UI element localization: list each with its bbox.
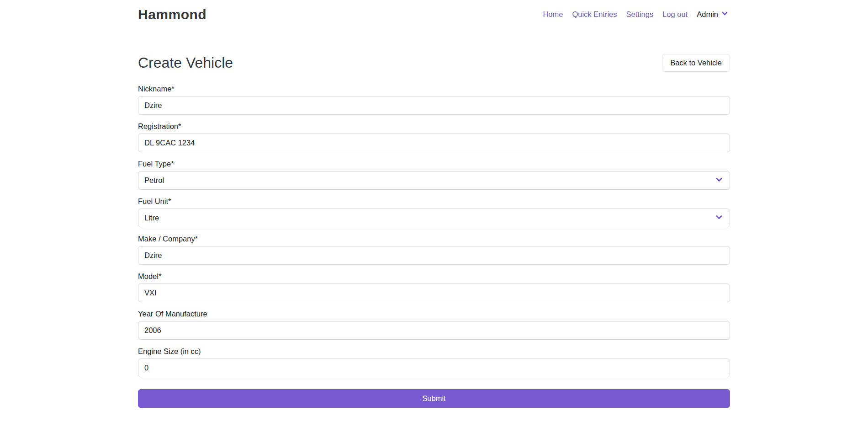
submit-button[interactable]: Submit	[138, 389, 730, 408]
registration-label: Registration*	[138, 122, 730, 131]
back-to-vehicle-button[interactable]: Back to Vehicle	[662, 54, 730, 72]
main-nav: Home Quick Entries Settings Log out Admi…	[538, 6, 730, 22]
top-navbar: Hammond Home Quick Entries Settings Log …	[0, 0, 868, 28]
year-of-manufacture-label: Year Of Manufacture	[138, 310, 730, 318]
engine-size-label: Engine Size (in cc)	[138, 347, 730, 356]
brand-logo[interactable]: Hammond	[138, 7, 206, 22]
fuel-type-field-group: Fuel Type* Petrol	[138, 160, 730, 190]
year-of-manufacture-field-group: Year Of Manufacture	[138, 310, 730, 340]
engine-size-input[interactable]	[138, 359, 730, 377]
nav-item-logout[interactable]: Log out	[658, 6, 692, 22]
fuel-type-select[interactable]: Petrol	[138, 171, 730, 190]
nav-item-quick-entries[interactable]: Quick Entries	[567, 6, 621, 22]
make-company-field-group: Make / Company*	[138, 235, 730, 265]
registration-input[interactable]	[138, 134, 730, 152]
nickname-field-group: Nickname*	[138, 85, 730, 115]
main-content: Create Vehicle Back to Vehicle Nickname*…	[132, 54, 736, 408]
chevron-down-icon	[721, 10, 728, 19]
year-of-manufacture-input[interactable]	[138, 321, 730, 340]
fuel-unit-select[interactable]: Litre	[138, 209, 730, 227]
fuel-type-label: Fuel Type*	[138, 160, 730, 168]
model-input[interactable]	[138, 284, 730, 302]
fuel-type-selected-value: Petrol	[138, 171, 730, 190]
page-header: Create Vehicle Back to Vehicle	[138, 54, 730, 72]
model-label: Model*	[138, 272, 730, 281]
admin-dropdown-label: Admin	[697, 10, 718, 19]
registration-field-group: Registration*	[138, 122, 730, 152]
nav-item-settings[interactable]: Settings	[622, 6, 658, 22]
nav-item-home[interactable]: Home	[538, 6, 567, 22]
make-company-label: Make / Company*	[138, 235, 730, 243]
fuel-unit-selected-value: Litre	[138, 209, 730, 227]
engine-size-field-group: Engine Size (in cc)	[138, 347, 730, 377]
model-field-group: Model*	[138, 272, 730, 302]
admin-dropdown-toggle[interactable]: Admin	[692, 6, 730, 22]
fuel-unit-field-group: Fuel Unit* Litre	[138, 197, 730, 227]
nickname-label: Nickname*	[138, 85, 730, 93]
fuel-unit-label: Fuel Unit*	[138, 197, 730, 206]
page-title: Create Vehicle	[138, 54, 233, 71]
make-company-input[interactable]	[138, 246, 730, 265]
create-vehicle-form: Nickname* Registration* Fuel Type* Petro…	[138, 85, 730, 408]
nickname-input[interactable]	[138, 96, 730, 115]
